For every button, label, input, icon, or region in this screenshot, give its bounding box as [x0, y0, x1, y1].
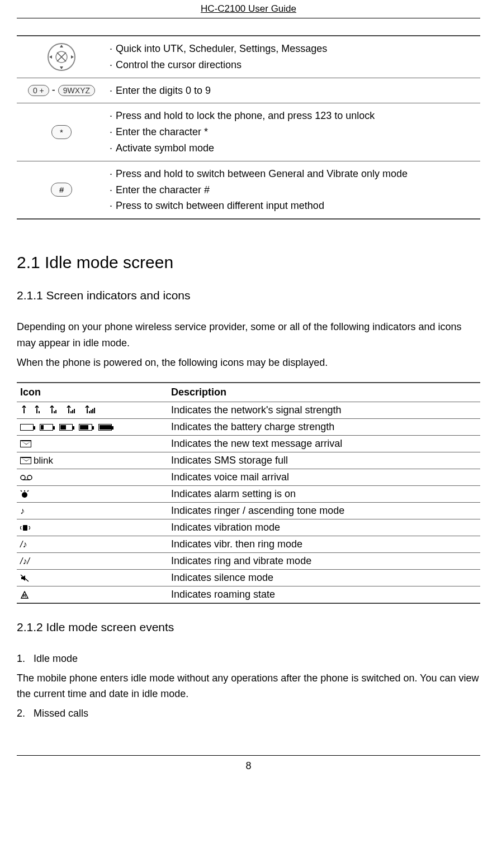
table-row: ♪ Indicates ringer / ascending tone mode [17, 502, 480, 519]
section-heading: 2.1 Idle mode screen [17, 253, 480, 272]
roaming-icon: R [20, 589, 29, 600]
key-cell-hash: # [17, 161, 106, 219]
icon-desc: Indicates ring and vibrate mode [168, 552, 480, 569]
table-row: blink Indicates SMS storage full [17, 452, 480, 469]
signal-icon-2 [49, 404, 60, 416]
table-row: R Indicates roaming state [17, 586, 480, 603]
page-header: HC-C2100 User Guide [17, 0, 480, 18]
icon-desc: Indicates voice mail arrival [168, 469, 480, 485]
key-desc-line: Enter the character # [116, 184, 210, 195]
key-cell-numbers: 0 + - 9WXYZ [17, 78, 106, 103]
table-row: Indicates silence mode [17, 569, 480, 586]
signal-icon-3 [66, 404, 78, 416]
battery-icon-0 [20, 424, 34, 431]
icon-desc: Indicates the battery charge strength [168, 418, 480, 435]
key-desc: ·Press and hold to switch between Genera… [106, 161, 480, 219]
table-header-desc: Description [168, 383, 480, 402]
list-number: 1. [17, 653, 25, 664]
svg-rect-14 [91, 410, 92, 413]
table-row: # ·Press and hold to switch between Gene… [17, 161, 480, 219]
signal-icon-4 [84, 404, 98, 416]
svg-rect-4 [39, 411, 40, 413]
svg-rect-7 [55, 410, 56, 413]
key-desc-line: Press and hold to switch between General… [116, 168, 408, 179]
vibr-then-ring-icon-cell: /♪ [17, 536, 168, 552]
icon-desc: Indicates ringer / ascending tone mode [168, 502, 480, 519]
icon-desc: Indicates vibr. then ring mode [168, 536, 480, 552]
key-desc-line: Control the cursor directions [116, 59, 242, 70]
svg-rect-3 [36, 409, 37, 413]
table-row: * ·Press and hold to lock the phone, and… [17, 103, 480, 161]
voicemail-icon [20, 471, 32, 483]
icon-desc: Indicates the network's signal strength [168, 402, 480, 418]
svg-rect-11 [74, 409, 75, 413]
table-row: Indicates the battery charge strength [17, 418, 480, 435]
svg-text:R: R [23, 593, 26, 598]
body-paragraph: When the phone is powered on, the follow… [17, 355, 480, 371]
key-cell-dpad [17, 36, 106, 78]
dash-separator: - [52, 84, 55, 96]
key-desc-line: Quick into UTK, Scheduler, Settings, Mes… [116, 43, 327, 54]
svg-rect-9 [70, 411, 72, 413]
signal-icon-cell [17, 402, 168, 418]
ringer-icon-cell: ♪ [17, 502, 168, 519]
vibr-then-ring-icon: /♪ [20, 540, 27, 549]
table-row: /♪ Indicates vibr. then ring mode [17, 536, 480, 552]
ring-and-vibrate-icon-cell: /♪/ [17, 552, 168, 569]
subsection-heading: 2.1.2 Idle mode screen events [17, 621, 480, 634]
page-number: 8 [17, 755, 480, 772]
key-desc-line: Activate symbol mode [116, 142, 214, 154]
body-paragraph: The mobile phone enters idle mode withou… [17, 670, 480, 703]
svg-rect-22 [23, 525, 27, 531]
subsection-heading: 2.1.1 Screen indicators and icons [17, 289, 480, 302]
vibration-icon-cell [17, 519, 168, 536]
icon-description-table: Icon Description Indicates the network's… [17, 382, 480, 604]
zero-key-icon: 0 + [28, 85, 49, 96]
icon-desc: Indicates the new text message arrival [168, 435, 480, 452]
envelope-icon [20, 440, 31, 447]
list-title: Missed calls [34, 708, 88, 719]
silence-icon [20, 572, 29, 583]
key-desc-line: Enter the digits 0 to 9 [116, 85, 211, 96]
silence-icon-cell [17, 569, 168, 586]
icon-desc: Indicates roaming state [168, 586, 480, 603]
icon-desc: Indicates SMS storage full [168, 452, 480, 469]
key-function-table: ·Quick into UTK, Scheduler, Settings, Me… [17, 35, 480, 220]
battery-icon-3 [79, 424, 92, 431]
ring-and-vibrate-icon: /♪/ [20, 556, 30, 566]
battery-icon-cell [17, 418, 168, 435]
blink-label: blink [34, 455, 53, 466]
music-note-icon: ♪ [20, 506, 25, 516]
message-icon-cell [17, 435, 168, 452]
table-row: ·Quick into UTK, Scheduler, Settings, Me… [17, 36, 480, 78]
list-title: Idle mode [34, 653, 78, 664]
svg-point-18 [27, 475, 32, 480]
key-desc: ·Enter the digits 0 to 9 [106, 78, 480, 103]
table-header-row: Icon Description [17, 383, 480, 402]
svg-rect-5 [51, 409, 53, 413]
icon-desc: Indicates vibration mode [168, 519, 480, 536]
envelope-icon [20, 457, 31, 464]
list-item: 1. Idle mode [17, 651, 480, 667]
table-row: Indicates the network's signal strength [17, 402, 480, 418]
svg-rect-15 [92, 409, 93, 413]
dpad-icon [46, 51, 77, 62]
table-row: Indicates voice mail arrival [17, 469, 480, 485]
icon-desc: Indicates alarm setting is on [168, 485, 480, 502]
table-header-icon: Icon [17, 383, 168, 402]
svg-rect-8 [68, 409, 69, 413]
roaming-icon-cell: R [17, 586, 168, 603]
table-row: 0 + - 9WXYZ ·Enter the digits 0 to 9 [17, 78, 480, 103]
signal-icon-1 [34, 404, 43, 416]
svg-rect-16 [94, 408, 95, 413]
table-row: Indicates alarm setting is on [17, 485, 480, 502]
battery-icon-2 [59, 424, 73, 431]
battery-icon-1 [40, 424, 53, 431]
key-desc-line: Enter the character * [116, 126, 208, 137]
svg-rect-2 [23, 409, 25, 413]
svg-point-17 [21, 475, 25, 480]
key-desc: ·Quick into UTK, Scheduler, Settings, Me… [106, 36, 480, 78]
vibration-icon [20, 522, 30, 533]
voicemail-icon-cell [17, 469, 168, 485]
list-item: 2. Missed calls [17, 705, 480, 722]
